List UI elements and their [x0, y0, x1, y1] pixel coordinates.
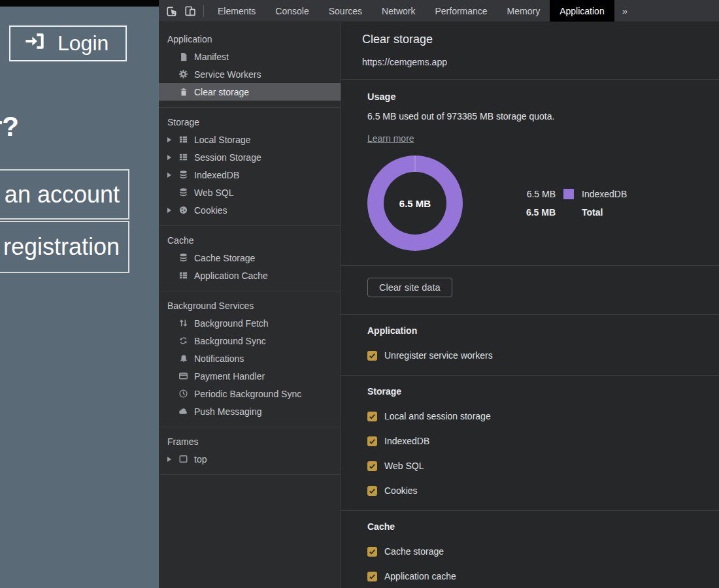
checkbox-label: Local and session storage — [384, 411, 491, 421]
legend-label: Total — [582, 207, 603, 218]
tab-memory[interactable]: Memory — [497, 0, 550, 22]
checkbox-label: IndexedDB — [384, 436, 429, 446]
inspect-element-button[interactable] — [163, 0, 181, 22]
gear-icon — [178, 69, 189, 80]
tab-network[interactable]: Network — [372, 0, 425, 22]
learn-more-link[interactable]: Learn more — [367, 133, 414, 144]
section-title-cache: Cache — [159, 231, 341, 249]
sidebar-item-background-fetch[interactable]: Background Fetch — [159, 314, 341, 332]
sidebar-item-application-cache[interactable]: Application Cache — [159, 267, 341, 284]
sidebar-item-label: IndexedDB — [194, 170, 239, 180]
checkbox-checked-icon[interactable] — [367, 436, 377, 446]
sidebar-item-indexeddb[interactable]: IndexedDB — [159, 166, 341, 184]
sidebar-item-cookies[interactable]: Cookies — [159, 201, 341, 219]
sidebar-item-web-sql[interactable]: Web SQL — [159, 184, 341, 201]
account-button-label: t an account — [0, 181, 120, 208]
sidebar-item-label: Background Sync — [194, 336, 266, 346]
sidebar-item-label: Payment Handler — [194, 371, 265, 382]
sidebar-item-label: Local Storage — [194, 135, 250, 145]
sidebar-section-frames: Frames top — [159, 433, 341, 475]
application-sidebar: Application Manifest — [159, 22, 341, 588]
indexeddb-swatch — [563, 189, 574, 199]
sidebar-item-background-sync[interactable]: Background Sync — [159, 332, 341, 350]
tab-performance[interactable]: Performance — [425, 0, 497, 22]
registration-button-label: registration — [3, 233, 120, 261]
database-icon — [178, 170, 189, 180]
sidebar-item-label: Web SQL — [194, 188, 233, 198]
sidebar-item-local-storage[interactable]: Local Storage — [159, 131, 341, 148]
expand-triangle-icon[interactable] — [167, 155, 171, 160]
tab-elements[interactable]: Elements — [208, 0, 265, 22]
sidebar-item-notifications[interactable]: Notifications — [159, 350, 341, 367]
sidebar-item-label: top — [194, 454, 207, 465]
section-title-storage: Storage — [159, 113, 341, 131]
expand-triangle-icon[interactable] — [167, 208, 171, 213]
section-heading: Cache — [367, 521, 719, 532]
checkbox-checked-icon[interactable] — [367, 461, 377, 471]
sidebar-item-label: Background Fetch — [194, 318, 269, 329]
checkbox-checked-icon[interactable] — [367, 351, 377, 361]
checkbox-checked-icon[interactable] — [367, 412, 377, 421]
checkbox-checked-icon[interactable] — [367, 547, 377, 557]
frame-icon — [178, 454, 189, 465]
usage-summary: 6.5 MB used out of 973385 MB storage quo… — [367, 111, 719, 122]
checkbox-label: Application cache — [384, 571, 456, 581]
sidebar-item-payment-handler[interactable]: Payment Handler — [159, 367, 341, 385]
tab-application[interactable]: Application — [550, 0, 614, 22]
account-button[interactable]: t an account — [0, 169, 129, 220]
checkbox-checked-icon[interactable] — [367, 572, 377, 581]
sidebar-item-session-storage[interactable]: Session Storage — [159, 148, 341, 166]
device-toolbar-button[interactable] — [181, 0, 199, 22]
checkbox-row-web-sql[interactable]: Web SQL — [367, 461, 719, 471]
legend-row-indexeddb: 6.5 MB IndexedDB — [519, 188, 627, 201]
expand-triangle-icon[interactable] — [167, 172, 171, 178]
toolbar-divider — [203, 5, 204, 17]
sidebar-item-clear-storage[interactable]: Clear storage — [159, 83, 341, 101]
checkbox-row-unregister-service-workers[interactable]: Unregister service workers — [367, 350, 719, 361]
cookie-icon — [178, 205, 189, 216]
panel-header: Clear storage https://cemgems.app — [341, 22, 719, 80]
expand-triangle-icon[interactable] — [167, 137, 171, 142]
sidebar-item-label: Session Storage — [194, 152, 261, 163]
login-button[interactable]: Login — [9, 25, 127, 61]
up-down-arrows-icon — [178, 318, 189, 329]
legend-value: 6.5 MB — [519, 207, 556, 218]
sidebar-section-storage: Storage Local Storage — [159, 113, 341, 226]
sidebar-item-service-workers[interactable]: Service Workers — [159, 65, 341, 83]
legend-value: 6.5 MB — [519, 189, 556, 199]
screen: Login r? t an account registration — [0, 0, 719, 588]
expand-triangle-icon[interactable] — [167, 457, 171, 462]
storage-donut-chart: 6.5 MB — [367, 155, 463, 251]
checkbox-checked-icon[interactable] — [367, 486, 377, 496]
table-icon — [178, 135, 189, 145]
devtools-window: Elements Console Sources Network Perform… — [159, 0, 719, 588]
registration-button[interactable]: registration — [0, 221, 129, 273]
checkbox-row-application-cache[interactable]: Application cache — [367, 571, 719, 581]
chart-legend: 6.5 MB IndexedDB 6.5 MB Total — [519, 188, 627, 219]
credit-card-icon — [178, 371, 189, 382]
sidebar-item-top-frame[interactable]: top — [159, 450, 341, 468]
checkbox-row-local-and-session-storage[interactable]: Local and session storage — [367, 411, 719, 421]
sidebar-item-periodic-background-sync[interactable]: Periodic Background Sync — [159, 385, 341, 402]
sidebar-item-label: Cookies — [194, 205, 227, 216]
tab-console[interactable]: Console — [265, 0, 318, 22]
section-title-frames: Frames — [159, 433, 341, 450]
tab-sources[interactable]: Sources — [319, 0, 372, 22]
sidebar-item-manifest[interactable]: Manifest — [159, 48, 341, 65]
legend-row-total: 6.5 MB Total — [519, 206, 627, 219]
checkbox-row-cookies[interactable]: Cookies — [367, 485, 719, 496]
sidebar-item-label: Push Messaging — [194, 406, 262, 417]
checkbox-row-indexeddb[interactable]: IndexedDB — [367, 436, 719, 446]
checkbox-row-cache-storage[interactable]: Cache storage — [367, 546, 719, 557]
section-heading: Application — [367, 325, 719, 336]
bell-icon — [178, 353, 189, 364]
sidebar-item-cache-storage[interactable]: Cache Storage — [159, 249, 341, 267]
sidebar-item-label: Manifest — [194, 52, 229, 62]
sidebar-item-push-messaging[interactable]: Push Messaging — [159, 402, 341, 420]
clock-icon — [178, 389, 189, 399]
more-tabs-button[interactable]: » — [614, 0, 635, 22]
clear-site-data-button[interactable]: Clear site data — [367, 278, 452, 297]
webpage-panel: Login r? t an account registration — [0, 0, 159, 588]
table-icon — [178, 152, 189, 163]
section-title-application: Application — [159, 30, 341, 48]
